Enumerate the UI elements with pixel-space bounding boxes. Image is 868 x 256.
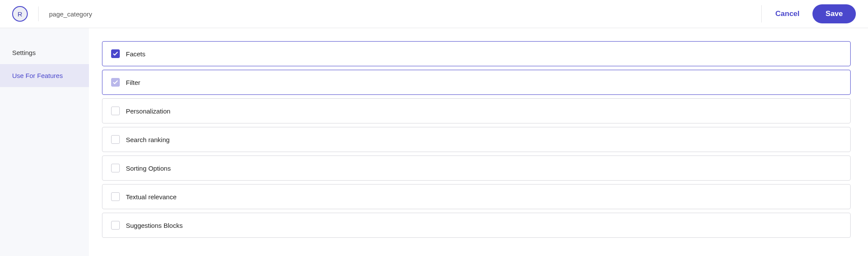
feature-row-personalization[interactable]: Personalization xyxy=(102,98,851,123)
feature-label: Filter xyxy=(126,79,140,86)
avatar-letter: R xyxy=(18,10,23,18)
page-title: page_category xyxy=(49,10,92,18)
cancel-button[interactable]: Cancel xyxy=(770,6,805,22)
checkbox-search-ranking[interactable] xyxy=(111,135,120,144)
feature-row-search-ranking[interactable]: Search ranking xyxy=(102,127,851,152)
header-actions-divider xyxy=(761,5,762,23)
feature-row-suggestions-blocks[interactable]: Suggestions Blocks xyxy=(102,213,851,238)
sidebar-item-label: Settings xyxy=(12,49,36,56)
sidebar: Settings Use For Features xyxy=(0,28,89,256)
feature-label: Search ranking xyxy=(126,136,170,143)
feature-row-sorting-options[interactable]: Sorting Options xyxy=(102,156,851,181)
checkbox-sorting-options[interactable] xyxy=(111,164,120,172)
feature-row-filter[interactable]: Filter xyxy=(102,70,851,95)
avatar[interactable]: R xyxy=(12,6,28,22)
feature-label: Personalization xyxy=(126,107,171,115)
header-actions: Cancel Save xyxy=(770,4,856,23)
header-divider xyxy=(38,6,39,21)
check-icon xyxy=(113,80,118,84)
sidebar-item-label: Use For Features xyxy=(12,72,63,79)
feature-label: Facets xyxy=(126,50,145,58)
checkbox-personalization[interactable] xyxy=(111,107,120,115)
save-button[interactable]: Save xyxy=(812,4,856,23)
check-icon xyxy=(113,52,118,56)
checkbox-textual-relevance[interactable] xyxy=(111,192,120,201)
feature-label: Textual relevance xyxy=(126,193,177,201)
feature-label: Sorting Options xyxy=(126,165,171,172)
feature-row-facets[interactable]: Facets xyxy=(102,41,851,66)
checkbox-filter[interactable] xyxy=(111,78,120,87)
main-content: Facets Filter Personalization Search ran… xyxy=(89,28,868,256)
header: R page_category Cancel Save xyxy=(0,0,868,28)
checkbox-suggestions-blocks[interactable] xyxy=(111,221,120,230)
sidebar-item-settings[interactable]: Settings xyxy=(0,41,89,64)
feature-label: Suggestions Blocks xyxy=(126,222,183,229)
feature-row-textual-relevance[interactable]: Textual relevance xyxy=(102,184,851,209)
sidebar-item-use-for-features[interactable]: Use For Features xyxy=(0,64,89,87)
checkbox-facets[interactable] xyxy=(111,49,120,58)
